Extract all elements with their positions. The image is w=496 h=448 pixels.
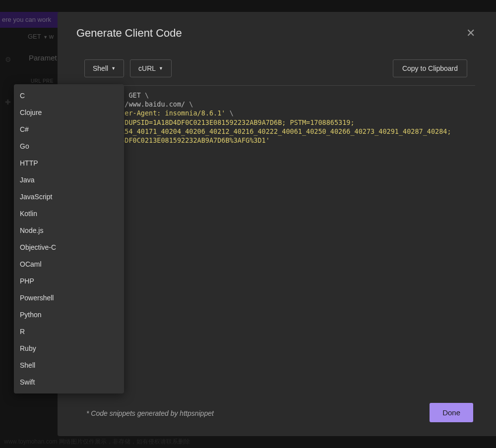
code-token: 'User-Agent: insomnia/8.6.1' [113,109,226,117]
chevron-down-icon: ▼ [159,66,163,71]
language-option[interactable]: R [14,323,124,340]
variant-dropdown[interactable]: cURL ▼ [130,59,172,77]
language-option[interactable]: Node.js [14,222,124,239]
language-option[interactable]: C# [14,121,124,138]
language-option[interactable]: JavaScript [14,188,124,205]
modal-title: Generate Client Code [76,27,182,40]
code-snippet[interactable]: --request GET \ url http://www.baidu.com… [76,85,475,150]
language-option[interactable]: Objective-C [14,239,124,256]
language-option[interactable]: HTTP [14,155,124,171]
variant-dropdown-label: cURL [138,64,156,72]
language-option[interactable]: Ruby [14,340,124,357]
language-option[interactable]: C [14,87,124,104]
language-option[interactable]: Go [14,138,124,155]
language-option[interactable]: Java [14,171,124,188]
code-token: GET [128,91,140,99]
code-toolbar: Shell ▼ cURL ▼ Copy to Clipboard [76,59,475,77]
language-menu[interactable]: CClojureC#GoHTTPJavaJavaScriptKotlinNode… [14,84,124,393]
language-option[interactable]: Powershell [14,289,124,306]
language-option[interactable]: Clojure [14,104,124,121]
language-option[interactable]: Python [14,306,124,323]
toolbar-left: Shell ▼ cURL ▼ [84,59,172,77]
done-button[interactable]: Done [430,403,473,422]
language-option[interactable]: Shell [14,357,124,374]
close-icon[interactable]: ✕ [466,27,475,40]
language-option[interactable]: OCaml [14,256,124,273]
language-dropdown[interactable]: Shell ▼ [84,59,124,77]
code-token: 'BIDUPSID=1A18D4DF0C0213E081592232AB9A7D… [113,118,355,126]
copy-to-clipboard-button[interactable]: Copy to Clipboard [393,59,467,77]
language-option[interactable]: Kotlin [14,205,124,222]
chevron-down-icon: ▼ [111,66,116,71]
modal-header: Generate Client Code ✕ [76,27,475,40]
code-token: _PSSID=40154_40171_40204_40206_40212_402… [84,127,451,135]
language-dropdown-label: Shell [93,64,108,72]
snippet-footnote: * Code snippets generated by httpsnippet [86,409,475,417]
language-option[interactable]: Swift [14,374,124,391]
language-option[interactable]: PHP [14,273,124,289]
